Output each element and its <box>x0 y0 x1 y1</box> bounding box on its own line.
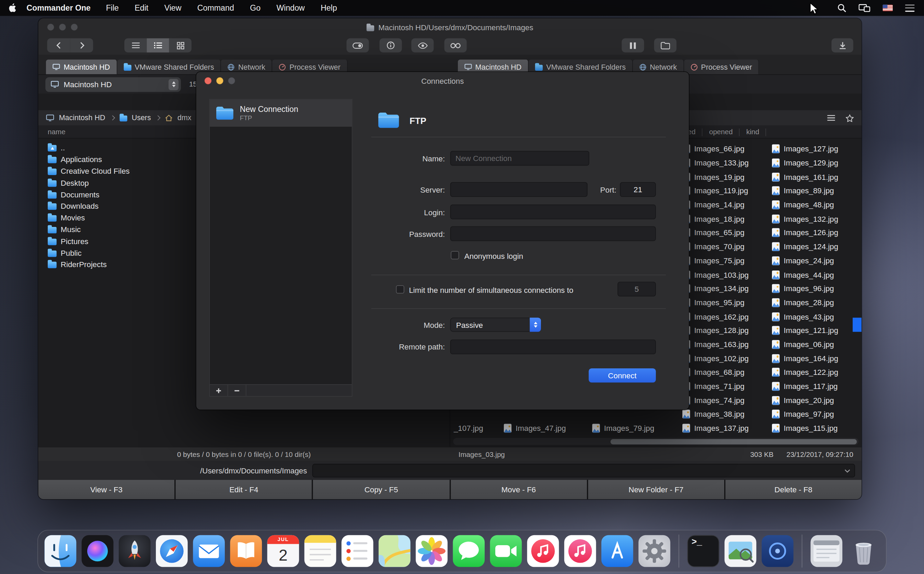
menu-list-icon[interactable] <box>905 5 915 12</box>
view-list-button[interactable] <box>124 38 146 52</box>
system-preferences-icon[interactable] <box>638 535 671 567</box>
info-button[interactable] <box>379 38 402 52</box>
facetime-icon[interactable] <box>490 535 522 567</box>
menu-item[interactable]: Help <box>321 3 337 13</box>
file-row[interactable]: Images_121.jpg <box>772 323 861 337</box>
input-source-flag-icon[interactable] <box>883 5 893 11</box>
file-row[interactable]: Images_43.jpg <box>772 310 861 324</box>
function-key-button[interactable]: View - F3 <box>38 479 175 499</box>
terminal-icon[interactable]: >_ <box>688 535 719 567</box>
file-row[interactable]: Images_19.jpg <box>682 170 772 184</box>
minimize-button[interactable] <box>59 24 66 31</box>
connect-button[interactable]: Connect <box>589 368 656 382</box>
file-row[interactable]: Images_20.jpg <box>772 393 861 407</box>
name-input[interactable] <box>450 151 589 166</box>
breadcrumb-item[interactable]: Macintosh HD <box>59 114 105 122</box>
file-row[interactable]: Images_163.jpg <box>682 337 772 352</box>
horizontal-scrollbar[interactable] <box>453 438 858 445</box>
file-row[interactable]: Images_103.jpg <box>682 268 772 282</box>
scrollbar-thumb[interactable] <box>611 439 857 444</box>
notes-icon[interactable] <box>304 535 336 567</box>
function-key-button[interactable]: Delete - F8 <box>725 479 861 499</box>
file-row[interactable]: Images_68.jpg <box>682 365 772 379</box>
file-row[interactable]: Images_137.jpg <box>682 421 772 435</box>
app-store-icon[interactable] <box>601 535 633 567</box>
window-titlebar[interactable]: Macintosh HD/Users/dmx/Documents/Images <box>38 18 861 36</box>
menu-item[interactable]: Window <box>276 3 304 13</box>
function-key-button[interactable]: New Folder - F7 <box>588 479 724 499</box>
menu-item[interactable]: Go <box>250 3 261 13</box>
dialog-titlebar[interactable]: Connections <box>196 72 689 90</box>
file-row[interactable]: Images_134.jpg <box>682 282 772 296</box>
file-row[interactable]: Images_126.jpg <box>772 226 861 240</box>
file-row[interactable]: Images_47.jpg <box>504 421 566 436</box>
drive-stepper[interactable] <box>168 79 178 90</box>
calendar-icon[interactable]: JUL 2 <box>268 535 299 567</box>
forward-button[interactable] <box>70 38 93 52</box>
file-row[interactable]: Images_28.jpg <box>772 296 861 310</box>
menu-item[interactable]: File <box>106 3 119 13</box>
file-row[interactable]: Images_14.jpg <box>682 198 772 212</box>
mode-dropdown[interactable]: Passive <box>450 317 541 332</box>
music-icon[interactable] <box>527 535 559 567</box>
maps-icon[interactable] <box>379 535 411 567</box>
messages-icon[interactable] <box>453 535 485 567</box>
file-row[interactable]: Images_162.jpg <box>682 310 772 324</box>
file-row[interactable]: Images_115.jpg <box>772 421 861 435</box>
apple-menu-icon[interactable] <box>8 3 17 13</box>
tab-macintosh-hd[interactable]: Macintosh HD <box>46 59 117 74</box>
file-row[interactable]: Images_129.jpg <box>772 156 861 170</box>
file-row[interactable]: Images_06.jpg <box>772 337 861 352</box>
photos-icon[interactable] <box>416 535 448 567</box>
connections-button[interactable] <box>444 38 466 52</box>
function-key-button[interactable]: Move - F6 <box>451 479 587 499</box>
favorites-star-icon[interactable] <box>846 114 854 121</box>
close-button[interactable] <box>47 24 54 31</box>
file-row[interactable]: Images_97.jpg <box>772 407 861 421</box>
zoom-button[interactable] <box>71 24 78 31</box>
function-key-button[interactable]: Copy - F5 <box>313 479 449 499</box>
file-row[interactable]: Images_89.jpg <box>772 184 861 198</box>
file-row[interactable]: Images_122.jpg <box>772 365 861 379</box>
add-connection-button[interactable] <box>210 385 228 396</box>
folders-button[interactable] <box>654 38 677 52</box>
column-header-cell[interactable]: kind <box>740 128 766 136</box>
view-grid-button[interactable] <box>169 38 192 52</box>
safari-icon[interactable] <box>156 535 188 567</box>
itunes-icon[interactable] <box>564 535 596 567</box>
minimize-button[interactable] <box>216 77 224 84</box>
remote-path-input[interactable] <box>450 339 656 354</box>
file-row[interactable]: Images_79.jpg <box>592 421 654 436</box>
add-tab-button[interactable] <box>847 97 856 106</box>
menu-item[interactable]: Command <box>197 3 234 13</box>
trash-icon[interactable] <box>848 535 880 567</box>
server-input[interactable] <box>450 182 588 197</box>
menu-item[interactable]: Edit <box>135 3 148 13</box>
file-row[interactable]: Images_44.jpg <box>772 268 861 282</box>
column-header-cell[interactable]: opened <box>703 128 740 136</box>
port-input[interactable] <box>620 182 656 197</box>
command-input[interactable] <box>316 464 840 476</box>
file-row[interactable]: Images_65.jpg <box>682 226 772 240</box>
launchpad-icon[interactable] <box>119 535 151 567</box>
file-row[interactable]: Images_74.jpg <box>682 393 772 407</box>
file-row[interactable]: Images_18.jpg <box>682 212 772 226</box>
minimized-window-thumbnail[interactable] <box>811 535 842 567</box>
file-row[interactable]: Images_96.jpg <box>772 282 861 296</box>
split-view-button[interactable] <box>622 38 644 52</box>
file-row[interactable]: _107.jpg <box>454 421 483 436</box>
function-key-button[interactable]: Edit - F4 <box>176 479 312 499</box>
download-button[interactable] <box>831 38 853 52</box>
search-icon[interactable] <box>837 3 847 13</box>
remove-connection-button[interactable] <box>228 385 246 396</box>
file-row[interactable]: Images_119.jpg <box>682 184 772 198</box>
close-button[interactable] <box>205 77 212 84</box>
drive-selector[interactable]: Macintosh HD <box>45 77 181 91</box>
file-row[interactable]: Images_128.jpg <box>682 323 772 337</box>
file-row[interactable]: Images_66.jpg <box>682 142 772 156</box>
password-input[interactable] <box>450 226 656 241</box>
displays-icon[interactable] <box>858 4 870 12</box>
back-button[interactable] <box>47 38 70 52</box>
list-view-icon[interactable] <box>827 114 836 121</box>
books-icon[interactable] <box>230 535 262 567</box>
